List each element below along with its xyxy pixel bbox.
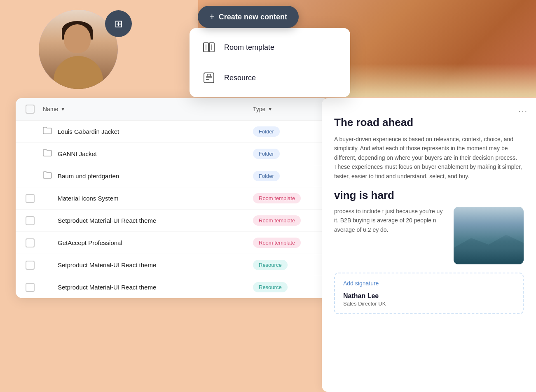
item-type: Room template: [253, 215, 319, 226]
mountain-image: [454, 207, 524, 264]
name-sort-icon: ▼: [61, 107, 65, 112]
name-header-label: Name: [43, 106, 58, 112]
avatar-head: [64, 24, 93, 59]
room-template-badge: Room template: [253, 238, 301, 248]
avatar-head-shape: [64, 24, 91, 53]
room-template-badge: Room template: [253, 215, 301, 226]
section2-text: process to include t just because you're…: [334, 207, 447, 264]
type-column-header[interactable]: Type ▼: [253, 106, 319, 112]
row-checkbox[interactable]: [26, 283, 35, 292]
folder-icon: [43, 127, 52, 136]
signer-name: Nathan Lee: [343, 292, 515, 300]
item-name: Material Icons System: [58, 195, 253, 202]
plus-icon: +: [209, 12, 215, 22]
create-new-content-button[interactable]: + Create new content: [198, 6, 299, 28]
row-checkbox[interactable]: [26, 194, 35, 203]
content-table: Name ▼ Type ▼ Louis Gabardin Jacket Fold…: [16, 98, 329, 298]
add-signature-button[interactable]: Add signature: [343, 280, 515, 287]
item-type: Room template: [253, 238, 319, 248]
section1-text: A buyer-driven experience is based on re…: [334, 135, 524, 181]
item-type: Folder: [253, 126, 319, 137]
more-options-icon[interactable]: ...: [518, 105, 528, 114]
table-row[interactable]: Material Icons System Room template: [16, 187, 329, 210]
item-name: Setproduct Material-UI React theme: [58, 217, 253, 224]
name-column-header[interactable]: Name ▼: [43, 106, 253, 112]
item-name: Louis Gabardin Jacket: [58, 128, 253, 135]
folder-icon: [43, 171, 52, 181]
table-row[interactable]: GetAccept Professional Room template: [16, 232, 329, 254]
room-template-icon: [201, 40, 217, 55]
layers-icon: ⊞: [115, 18, 123, 30]
table-row[interactable]: Louis Gabardin Jacket Folder: [16, 121, 329, 143]
folder-icon: [43, 149, 52, 159]
resource-label: Resource: [224, 74, 256, 82]
svg-rect-8: [207, 74, 211, 77]
create-dropdown-menu: Room template Resource: [190, 28, 350, 97]
folder-badge: Folder: [253, 126, 280, 137]
section1-title: The road ahead: [334, 116, 524, 129]
table-row[interactable]: Baum und pferdgarten Folder: [16, 165, 329, 187]
signer-title: Sales Director UK: [343, 301, 515, 307]
avatar-container: ⊞: [37, 8, 128, 99]
avatar-body: [54, 56, 103, 89]
item-name: Setproduct Material-UI React theme: [58, 261, 253, 268]
section2: ving is hard process to include t just b…: [334, 189, 524, 264]
resource-badge: Resource: [253, 260, 288, 270]
table-header: Name ▼ Type ▼: [16, 98, 329, 121]
folder-badge: Folder: [253, 149, 280, 159]
table-row[interactable]: Setproduct Material-UI React theme Resou…: [16, 276, 329, 298]
row-checkbox[interactable]: [26, 261, 35, 270]
resource-icon: [201, 70, 217, 86]
table-row[interactable]: GANNI Jacket Folder: [16, 143, 329, 165]
room-template-badge: Room template: [253, 193, 301, 203]
item-type: Resource: [253, 282, 319, 292]
dropdown-item-resource[interactable]: Resource: [190, 63, 350, 93]
dropdown-item-room-template[interactable]: Room template: [190, 32, 350, 63]
folder-badge: Folder: [253, 171, 280, 181]
type-sort-icon: ▼: [268, 107, 272, 112]
table-row[interactable]: Setproduct Material-UI React theme Resou…: [16, 254, 329, 276]
type-header-label: Type: [253, 106, 265, 112]
table-row[interactable]: Setproduct Material-UI React theme Room …: [16, 210, 329, 232]
item-type: Folder: [253, 171, 319, 181]
item-type: Room template: [253, 193, 319, 203]
section2-title: ving is hard: [334, 189, 524, 202]
item-name: GetAccept Professional: [58, 239, 253, 246]
right-content-panel: ... The road ahead A buyer-driven experi…: [322, 98, 536, 392]
layers-badge: ⊞: [105, 10, 132, 37]
signature-section: Add signature Nathan Lee Sales Director …: [334, 273, 524, 314]
row-checkbox[interactable]: [26, 238, 35, 247]
item-type: Folder: [253, 149, 319, 159]
room-template-label: Room template: [224, 43, 274, 52]
select-all-checkbox[interactable]: [26, 105, 35, 114]
section2-layout: process to include t just because you're…: [334, 207, 524, 264]
create-button-label: Create new content: [219, 13, 287, 21]
item-name: GANNI Jacket: [58, 150, 253, 157]
item-name: Setproduct Material-UI React theme: [58, 284, 253, 291]
row-checkbox[interactable]: [26, 216, 35, 225]
item-type: Resource: [253, 260, 319, 270]
item-name: Baum und pferdgarten: [58, 173, 253, 180]
resource-badge: Resource: [253, 282, 288, 292]
